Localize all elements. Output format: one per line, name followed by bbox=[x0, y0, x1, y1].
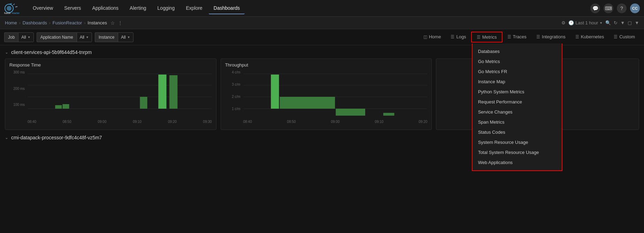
time-range-button[interactable]: 🕐 Last 1 hour ▼ bbox=[568, 20, 603, 25]
nav-applications[interactable]: Applications bbox=[87, 2, 124, 14]
dropdown-status-codes[interactable]: Status Codes bbox=[473, 127, 562, 137]
nav-items: Overview Servers Applications Alerting L… bbox=[28, 2, 590, 14]
user-avatar[interactable]: CC bbox=[630, 3, 640, 13]
tab-home[interactable]: ◫ Home bbox=[419, 32, 446, 42]
dropdown-service-changes[interactable]: Service Changes bbox=[473, 107, 562, 117]
job-filter-arrow: ▼ bbox=[28, 36, 31, 39]
breadcrumb-fusionreactor[interactable]: FusionReactor bbox=[53, 20, 82, 25]
y-label-300: 300 ms bbox=[13, 70, 25, 74]
svg-rect-15 bbox=[169, 75, 177, 109]
tab-traces[interactable]: ☰ Traces bbox=[503, 32, 531, 42]
nav-explore[interactable]: Explore bbox=[181, 2, 207, 14]
response-time-svg bbox=[28, 70, 212, 119]
svg-rect-12 bbox=[62, 104, 69, 109]
instance-filter-select[interactable]: All ▼ bbox=[118, 32, 133, 42]
y-label-3: 3 c/m bbox=[232, 83, 240, 86]
breadcrumb-bar: Home › Dashboards › FusionReactor › Inst… bbox=[0, 17, 644, 29]
svg-rect-20 bbox=[271, 75, 279, 109]
response-time-chart: Response Time 300 ms 200 ms 100 ms bbox=[5, 59, 216, 130]
throughput-plot bbox=[243, 70, 428, 119]
display-button[interactable]: ▢ bbox=[628, 20, 632, 25]
tab-home-label: Home bbox=[429, 34, 441, 39]
nav-overview[interactable]: Overview bbox=[28, 2, 58, 14]
nav-alerting[interactable]: Alerting bbox=[125, 2, 151, 14]
dropdown-request-performance[interactable]: Request Performance bbox=[473, 97, 562, 107]
keyboard-icon-button[interactable]: ⌨ bbox=[604, 3, 613, 13]
breadcrumb-sep-3: › bbox=[84, 21, 85, 25]
tab-metrics-label: Metrics bbox=[482, 34, 497, 40]
kubernetes-icon: ☰ bbox=[575, 34, 579, 39]
help-icon-button[interactable]: ? bbox=[617, 3, 627, 13]
svg-rect-14 bbox=[158, 75, 166, 109]
section1-title: client-services-api-5b9f644d54-tnrpm bbox=[11, 49, 92, 55]
job-filter-label: Job bbox=[4, 32, 18, 42]
dropdown-span-metrics[interactable]: Span Metrics bbox=[473, 117, 562, 127]
dropdown-web-applications[interactable]: Web Applications bbox=[473, 157, 562, 168]
custom-icon: ☰ bbox=[614, 34, 618, 39]
refresh-button[interactable]: ↻ bbox=[614, 20, 618, 25]
job-filter-value: All bbox=[21, 35, 26, 40]
y-label-4: 4 c/m bbox=[232, 70, 240, 74]
appname-filter-group: Application Name All ▼ bbox=[37, 32, 92, 42]
throughput-x-labels: 08:40 08:50 09:00 09:10 09:20 bbox=[243, 120, 428, 126]
zoom-out-button[interactable]: 🔍 bbox=[605, 20, 611, 25]
time-range-label: Last 1 hour bbox=[575, 20, 598, 25]
metrics-icon: ☰ bbox=[477, 35, 481, 40]
throughput-area: 4 c/m 3 c/m 2 c/m 1 c/m bbox=[225, 70, 428, 126]
section1-collapse-icon[interactable]: ⌄ bbox=[5, 50, 8, 55]
x-label-0930: 09:30 bbox=[203, 120, 212, 126]
tab-kubernetes[interactable]: ☰ Kubernetes bbox=[570, 32, 609, 42]
dropdown-system-resource-usage[interactable]: System Resource Usage bbox=[473, 137, 562, 147]
response-time-plot bbox=[28, 70, 212, 119]
top-navigation: fusion reactor Overview Servers Applicat… bbox=[0, 0, 644, 17]
y-label-100: 100 ms bbox=[13, 103, 25, 107]
appname-filter-value: All bbox=[80, 35, 84, 40]
nav-servers[interactable]: Servers bbox=[59, 2, 86, 14]
y-label-2: 2 c/m bbox=[232, 95, 240, 99]
star-icon[interactable]: ☆ bbox=[110, 20, 115, 26]
breadcrumb-sep-1: › bbox=[19, 21, 21, 25]
section2-title: cmi-datapack-processor-9dfc4c48f-vz5m7 bbox=[11, 135, 102, 140]
share-icon[interactable]: ⋮ bbox=[118, 20, 123, 26]
instance-filter-group: Instance All ▼ bbox=[95, 32, 133, 42]
breadcrumb-sep-2: › bbox=[49, 21, 51, 25]
logo[interactable]: fusion reactor bbox=[4, 2, 20, 15]
instance-filter-arrow: ▼ bbox=[127, 36, 130, 39]
nav-dashboards[interactable]: Dashboards bbox=[209, 2, 245, 14]
breadcrumb-actions: ☆ ⋮ bbox=[110, 20, 123, 26]
integrations-icon: ☰ bbox=[536, 34, 540, 39]
dropdown-instance-map[interactable]: Instance Map bbox=[473, 77, 562, 87]
logo-icon: fusion reactor bbox=[4, 2, 20, 15]
dropdown-databases[interactable]: Databases bbox=[473, 46, 562, 56]
dropdown-go-metrics[interactable]: Go Metrics bbox=[473, 56, 562, 67]
traces-icon: ☰ bbox=[507, 34, 511, 39]
grid-icon: ◫ bbox=[423, 34, 427, 39]
dropdown-total-system-resource-usage[interactable]: Total System Resource Usage bbox=[473, 147, 562, 157]
settings-icon-button[interactable]: ⚙ bbox=[561, 20, 566, 25]
more-button[interactable]: ▼ bbox=[635, 20, 639, 25]
svg-rect-13 bbox=[140, 97, 147, 109]
throughput-y-labels: 4 c/m 3 c/m 2 c/m 1 c/m bbox=[225, 70, 243, 119]
tab-integrations[interactable]: ☰ Integrations bbox=[531, 32, 570, 42]
clock-icon: 🕐 bbox=[568, 20, 574, 25]
appname-filter-select[interactable]: All ▼ bbox=[77, 32, 92, 42]
breadcrumb-dashboards[interactable]: Dashboards bbox=[23, 20, 47, 25]
svg-line-2 bbox=[9, 3, 12, 4]
section2-collapse-icon[interactable]: ⌄ bbox=[5, 135, 8, 140]
tx-label-0920: 09:20 bbox=[419, 120, 427, 126]
dropdown-go-metrics-fr[interactable]: Go Metrics FR bbox=[473, 67, 562, 77]
tab-logs[interactable]: ☰ Logs bbox=[446, 32, 471, 42]
tx-label-0840: 08:40 bbox=[243, 120, 252, 126]
job-filter-select[interactable]: All ▼ bbox=[18, 32, 33, 42]
tab-custom[interactable]: ☰ Custom bbox=[609, 32, 640, 42]
refresh-arrow: ▼ bbox=[620, 20, 625, 25]
chat-icon-button[interactable]: 💬 bbox=[590, 3, 600, 13]
throughput-svg bbox=[243, 70, 428, 119]
tab-metrics[interactable]: ☰ Metrics Databases Go Metrics Go Metric… bbox=[471, 32, 503, 42]
tab-traces-label: Traces bbox=[513, 34, 527, 39]
dropdown-python-system-metrics[interactable]: Python System Metrics bbox=[473, 87, 562, 97]
logs-icon: ☰ bbox=[451, 34, 454, 39]
nav-logging[interactable]: Logging bbox=[153, 2, 180, 14]
breadcrumb-home[interactable]: Home bbox=[5, 20, 17, 25]
appname-filter-label: Application Name bbox=[37, 32, 77, 42]
